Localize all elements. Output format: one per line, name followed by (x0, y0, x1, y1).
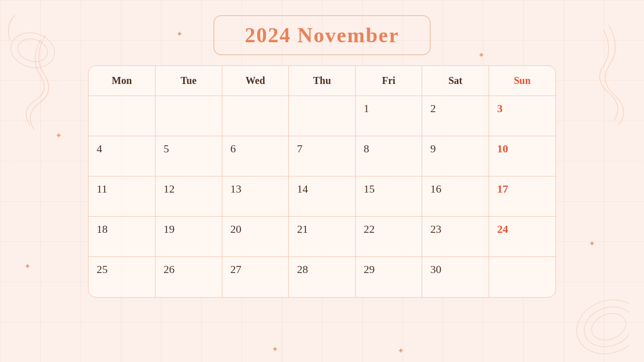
day-cell-3-3[interactable]: 13 (222, 176, 289, 217)
day-cell-5-2[interactable]: 26 (155, 257, 222, 297)
day-cell-3-6[interactable]: 16 (422, 176, 489, 217)
day-cell-1-4[interactable] (289, 96, 356, 136)
day-cell-1-3[interactable] (222, 96, 289, 136)
day-cell-1-1[interactable] (89, 96, 155, 136)
day-cell-2-6[interactable]: 9 (422, 136, 489, 176)
calendar-title: 2024 November (245, 24, 399, 47)
day-cell-5-6[interactable]: 30 (422, 257, 489, 297)
day-cell-2-5[interactable]: 8 (355, 136, 422, 176)
day-cell-3-7[interactable]: 17 (489, 176, 555, 217)
sparkle-7: ✦ (397, 346, 404, 355)
week-row-4: 18192021222324 (89, 217, 555, 257)
calendar-title-box: 2024 November (213, 15, 430, 55)
week-row-5: 252627282930 (89, 257, 555, 297)
day-cell-1-6[interactable]: 2 (422, 96, 489, 136)
day-cell-4-3[interactable]: 20 (222, 217, 289, 257)
day-cell-1-7[interactable]: 3 (489, 96, 555, 136)
day-cell-2-1[interactable]: 4 (89, 136, 155, 176)
week-row-2: 45678910 (89, 136, 555, 176)
header-sun: Sun (489, 66, 555, 96)
day-cell-2-2[interactable]: 5 (155, 136, 222, 176)
day-cell-2-3[interactable]: 6 (222, 136, 289, 176)
header-mon: Mon (89, 66, 155, 96)
day-cell-1-5[interactable]: 1 (355, 96, 422, 136)
day-cell-3-5[interactable]: 15 (355, 176, 422, 217)
day-cell-4-1[interactable]: 18 (89, 217, 155, 257)
day-cell-4-7[interactable]: 24 (489, 217, 555, 257)
day-cell-4-2[interactable]: 19 (155, 217, 222, 257)
day-cell-3-1[interactable]: 11 (89, 176, 155, 217)
day-cell-2-7[interactable]: 10 (489, 136, 555, 176)
svg-point-0 (588, 309, 629, 345)
calendar-table-wrapper: Mon Tue Wed Thu Fri Sat Sun 123456789101… (88, 65, 556, 298)
day-cell-4-6[interactable]: 23 (422, 217, 489, 257)
day-cell-2-4[interactable]: 7 (289, 136, 356, 176)
day-cell-5-7[interactable] (489, 257, 555, 297)
calendar-table: Mon Tue Wed Thu Fri Sat Sun 123456789101… (89, 66, 555, 297)
calendar-body: 1234567891011121314151617181920212223242… (89, 96, 555, 297)
day-cell-3-2[interactable]: 12 (155, 176, 222, 217)
header-sat: Sat (422, 66, 489, 96)
header-wed: Wed (222, 66, 289, 96)
week-row-3: 11121314151617 (89, 176, 555, 217)
day-cell-5-4[interactable]: 28 (289, 257, 356, 297)
day-cell-1-2[interactable] (155, 96, 222, 136)
header-thu: Thu (289, 66, 356, 96)
svg-point-1 (579, 300, 629, 353)
day-cell-5-5[interactable]: 29 (355, 257, 422, 297)
sparkle-6: ✦ (272, 344, 278, 354)
day-cell-4-5[interactable]: 22 (355, 217, 422, 257)
header-fri: Fri (355, 66, 422, 96)
day-cell-5-1[interactable]: 25 (89, 257, 155, 297)
day-cell-4-4[interactable]: 21 (289, 217, 356, 257)
day-cell-5-3[interactable]: 27 (222, 257, 289, 297)
calendar-container: 2024 November Mon Tue Wed Thu Fri Sat Su… (0, 0, 644, 298)
day-cell-3-4[interactable]: 14 (289, 176, 356, 217)
week-row-1: 123 (89, 96, 555, 136)
svg-point-2 (569, 291, 629, 362)
weekday-header-row: Mon Tue Wed Thu Fri Sat Sun (89, 66, 555, 96)
header-tue: Tue (155, 66, 222, 96)
